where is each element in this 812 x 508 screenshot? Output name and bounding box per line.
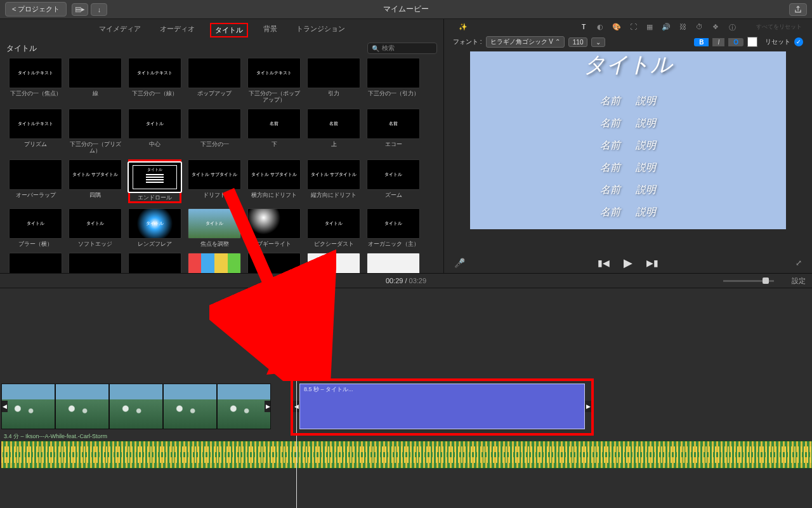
bold-button[interactable]: B <box>694 38 709 46</box>
title-tile[interactable]: タイトルレンズフレア <box>128 208 181 248</box>
color-correct-icon[interactable]: 🎨 <box>612 23 622 32</box>
italic-button[interactable]: I <box>712 38 724 46</box>
title-tile[interactable]: タイトル中心 <box>128 109 181 154</box>
title-tile[interactable]: タイトルオーガニック（主） <box>367 208 420 248</box>
search-input[interactable]: 🔍 検索 <box>367 43 437 54</box>
projects-back-button[interactable]: < プロジェクト <box>5 2 67 17</box>
title-tile[interactable]: タイトル焦点を調整 <box>188 208 241 248</box>
voiceover-icon[interactable]: 🎤 <box>454 258 465 268</box>
prev-button[interactable]: ▮◀ <box>598 258 610 268</box>
library-view-icon[interactable]: ▤▸ <box>72 3 88 16</box>
title-tile[interactable]: 名前エコー <box>367 109 420 154</box>
search-icon: 🔍 <box>372 45 379 52</box>
reset-button[interactable]: リセット <box>765 37 790 46</box>
credit-row: 名前説明 <box>600 95 656 108</box>
title-tile[interactable]: 引力 <box>307 58 360 104</box>
preview-canvas[interactable]: タイトル 名前説明名前説明名前説明名前説明名前説明名前説明 <box>470 51 786 229</box>
browser-tab-0[interactable]: マイメディア <box>95 23 145 37</box>
import-icon[interactable]: ↓ <box>91 3 107 16</box>
credit-row: 名前説明 <box>600 206 656 219</box>
title-tile[interactable]: タイトル サブタイトル横方向にドリフト <box>247 159 301 204</box>
title-tile[interactable]: タイトルズーム <box>367 159 420 204</box>
reset-check-icon[interactable]: ✓ <box>794 37 803 46</box>
title-tile[interactable] <box>247 253 301 273</box>
font-size-stepper[interactable]: ⌄ <box>591 37 605 47</box>
browser-tab-3[interactable]: 背景 <box>259 23 281 37</box>
zoom-slider[interactable] <box>723 280 774 282</box>
wand-icon[interactable]: ✨ <box>458 23 468 32</box>
title-tile[interactable]: タイトルテキストプリズム <box>9 109 62 154</box>
play-button[interactable]: ▶ <box>624 256 632 270</box>
title-tile[interactable]: ソフトバー - 白 <box>367 253 420 273</box>
title-tile[interactable]: 名前上 <box>307 109 360 154</box>
text-color-swatch[interactable] <box>747 37 757 47</box>
credit-row: 名前説明 <box>600 161 656 175</box>
title-tile[interactable]: グラデーション - 白 <box>307 253 360 273</box>
title-tile[interactable]: タイトルテキスト下三分の一（焦点） <box>9 58 62 104</box>
placeholder-text: すべてをリセット <box>756 23 802 32</box>
title-tile[interactable]: 日付／時間 <box>128 253 181 273</box>
title-tile[interactable]: ティッカー <box>69 253 122 273</box>
title-tile[interactable]: タイトルテキスト下三分の一（線） <box>128 58 181 104</box>
browser-tab-1[interactable]: オーディオ <box>156 23 199 37</box>
outline-button[interactable]: O <box>728 38 743 46</box>
title-tile[interactable]: タイトル サブタイトル縦方向にドリフト <box>307 159 360 204</box>
window-title: マイムービー <box>383 4 429 15</box>
title-tile[interactable]: 下三分の一 <box>188 109 241 154</box>
title-tile[interactable]: ブギーライト <box>247 208 301 248</box>
title-tile[interactable]: タイトル サブタイトル四隅 <box>69 159 122 204</box>
timecode: 00:29 / 03:29 <box>386 277 426 284</box>
video-clip[interactable]: ▶ <box>217 384 271 429</box>
info-icon[interactable]: ⓘ <box>727 23 737 32</box>
crop-icon[interactable]: ⛶ <box>628 23 638 32</box>
color-balance-icon[interactable]: ◐ <box>595 23 605 32</box>
volume-icon[interactable]: 🔊 <box>661 23 671 32</box>
video-track: 1.0 秒◀▶ <box>1 384 271 429</box>
title-tile[interactable]: タイトル サブタイトルドリフト <box>188 159 241 204</box>
title-tile[interactable]: オーバーラップ <box>9 159 62 204</box>
title-tile[interactable]: 線 <box>69 58 122 104</box>
credit-row: 名前説明 <box>600 184 656 197</box>
next-button[interactable]: ▶▮ <box>646 258 658 268</box>
title-tile[interactable]: タイトルエンドロール <box>128 159 181 204</box>
title-tile[interactable]: オーガニック（低） <box>9 253 62 273</box>
font-family-select[interactable]: ヒラギノ角ゴシック V ⌃ <box>486 36 565 48</box>
video-clip[interactable]: 1.0 秒◀ <box>1 384 55 429</box>
title-tile[interactable]: 下三分の一（引力） <box>367 58 420 104</box>
font-label: フォント : <box>453 37 482 46</box>
noise-icon[interactable]: ⛓ <box>678 23 688 32</box>
timeline-settings-button[interactable]: 設定 <box>792 276 806 286</box>
fullscreen-icon[interactable]: ⤢ <box>796 258 802 267</box>
browser-tab-4[interactable]: トランジション <box>292 23 349 37</box>
title-tile[interactable]: 名前下 <box>247 109 301 154</box>
text-inspector-icon[interactable]: T <box>579 23 589 32</box>
share-button[interactable] <box>789 3 807 16</box>
video-clip[interactable] <box>163 384 217 429</box>
audio-track[interactable]: 3.4 分 – Ikson---A-While-feat.-Carl-Storm <box>1 441 812 469</box>
title-tile[interactable]: タイトルブラー（横） <box>9 208 62 248</box>
credit-row: 名前説明 <box>600 139 656 152</box>
font-size-select[interactable]: 110 <box>568 37 588 47</box>
video-clip[interactable] <box>55 384 109 429</box>
preview-title-text: タイトル <box>584 51 672 79</box>
title-tile[interactable]: タイトルピクシーダスト <box>307 208 360 248</box>
filter-icon[interactable]: ❖ <box>710 23 721 32</box>
credit-row: 名前説明 <box>600 117 656 130</box>
browser-tab-2[interactable]: タイトル <box>210 23 248 37</box>
title-tile[interactable]: 下三分の一（プリズム） <box>69 109 122 154</box>
title-tile[interactable]: タイトルテキスト下三分の一（ポップアップ） <box>247 58 301 104</box>
title-tile[interactable]: タイトルソフトエッジ <box>69 208 122 248</box>
title-tile[interactable]: 雲 <box>188 253 241 273</box>
title-tile[interactable]: ポップアップ <box>188 58 241 104</box>
speed-icon[interactable]: ⏱ <box>694 23 704 32</box>
browser-panel-title: タイトル <box>6 43 37 54</box>
annotation-highlight-title-clip <box>291 378 594 436</box>
stabilize-icon[interactable]: ▦ <box>645 23 655 32</box>
video-clip[interactable] <box>109 384 163 429</box>
